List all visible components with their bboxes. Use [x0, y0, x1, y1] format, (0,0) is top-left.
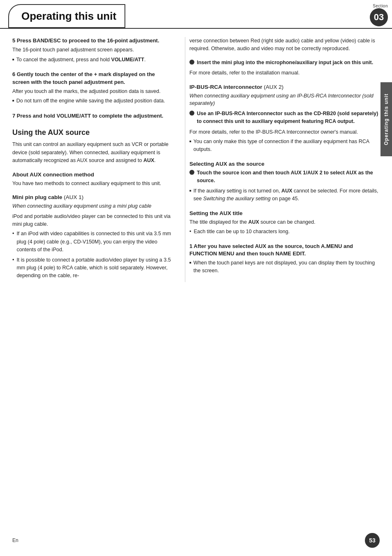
footer-page-number: 53 [365, 533, 380, 548]
selecting-aux-sq-text: If the auxiliary setting is not turned o… [194, 187, 380, 203]
mini-pin-bullet-1: If an iPod with video capabilities is co… [12, 230, 173, 254]
use-ip-bus-sq-bullet: You can only make this type of connectio… [189, 138, 380, 153]
header-right: Section 03 [125, 0, 392, 28]
step-6-heading: 6 Gently touch the center of the + mark … [12, 71, 173, 86]
step-7-heading: 7 Press and hold VOLUME/ATT to complete … [12, 112, 173, 120]
aux-step-1-bullet-text: When the touch panel keys are not displa… [194, 259, 380, 275]
side-tab: Operating this unit [380, 82, 392, 156]
mini-pin-bullet-2: It is possible to connect a portable aud… [12, 256, 173, 280]
section-label: Section [373, 4, 388, 8]
section-number: 03 [370, 8, 388, 26]
aux-step-1-heading: 1 After you have selected AUX as the sou… [189, 243, 380, 257]
header: Operating this unit Section 03 [0, 0, 392, 29]
circle-icon [189, 60, 194, 65]
title-box: Operating this unit [8, 4, 125, 28]
step-6-bullet: Do not turn off the engine while saving … [12, 97, 173, 105]
step-6-body: After you touch all the marks, the adjus… [12, 88, 173, 95]
step-5-bullet-text: To cancel the adjustment, press and hold… [16, 56, 146, 64]
setting-title-bullet-text: Each title can be up to 10 characters lo… [194, 228, 289, 236]
step-6-bullet-text: Do not turn off the engine while saving … [16, 97, 165, 105]
page-title: Operating this unit [21, 10, 116, 23]
left-column: 5 Press BAND/ESC to proceed to the 16-po… [12, 37, 185, 282]
ip-bus-italic: When connecting auxiliary equipment usin… [189, 92, 380, 108]
mini-pin-heading: Mini pin plug cable (AUX 1) [12, 194, 173, 200]
step-5-body: The 16-point touch panel adjustment scre… [12, 46, 173, 54]
step-5-bullet: To cancel the adjustment, press and hold… [12, 56, 173, 64]
setting-title-body: The title displayed for the AUX source c… [189, 218, 380, 226]
insert-plug-bullet: Insert the mini plug into the microphone… [189, 59, 380, 67]
circle-icon-2 [189, 111, 194, 116]
setting-title-bullet: Each title can be up to 10 characters lo… [189, 228, 380, 236]
selecting-aux-bullet: Touch the source icon and then touch AUX… [189, 169, 380, 185]
aux-step-1-bullet: When the touch panel keys are not displa… [189, 259, 380, 275]
mini-pin-bullet-2-text: It is possible to connect a portable aud… [16, 256, 173, 280]
mini-pin-body: iPod and portable audio/video player can… [12, 213, 173, 229]
right-column: verse connection between Red (right side… [185, 37, 380, 282]
circle-icon-3 [189, 170, 194, 175]
section-badge-area: Section 03 [370, 4, 388, 28]
selecting-aux-sq-bullet: If the auxiliary setting is not turned o… [189, 187, 380, 203]
step-5-heading: 5 Press BAND/ESC to proceed to the 16-po… [12, 37, 173, 44]
about-aux-body: You have two methods to connect auxiliar… [12, 180, 173, 188]
use-ip-bus-bullet: Use an IP-BUS-RCA Interconnector such as… [189, 110, 380, 126]
setting-title-heading: Setting the AUX title [189, 210, 380, 216]
continued-text: verse connection between Red (right side… [189, 37, 380, 53]
using-aux-body: This unit can control an auxiliary equip… [12, 141, 173, 164]
mini-pin-bullet-1-text: If an iPod with video capabilities is co… [16, 230, 173, 254]
use-ip-bus-text: Use an IP-BUS-RCA Interconnector such as… [197, 110, 380, 126]
mini-pin-italic: When connecting auxiliary equipment usin… [12, 202, 173, 210]
selecting-aux-heading: Selecting AUX as the source [189, 161, 380, 167]
step-7: 7 Press and hold VOLUME/ATT to complete … [12, 112, 173, 120]
main-content: 5 Press BAND/ESC to proceed to the 16-po… [0, 29, 392, 290]
footer-en-label: En [12, 537, 18, 543]
ip-bus-heading: IP-BUS-RCA interconnector (AUX 2) [189, 84, 380, 90]
footer: En 53 [0, 533, 392, 548]
insert-plug-body: For more details, refer to the installat… [189, 69, 380, 77]
step-6: 6 Gently touch the center of the + mark … [12, 71, 173, 105]
step-5: 5 Press BAND/ESC to proceed to the 16-po… [12, 37, 173, 63]
use-ip-bus-sq-text: You can only make this type of connectio… [194, 138, 380, 153]
insert-plug-text: Insert the mini plug into the microphone… [197, 59, 373, 67]
about-aux-heading: About AUX connection method [12, 171, 173, 178]
use-ip-bus-body: For more details, refer to the IP-BUS-RC… [189, 128, 380, 136]
aux-step-1: 1 After you have selected AUX as the sou… [189, 243, 380, 275]
page-container: Operating this unit Section 03 Operating… [0, 0, 392, 556]
using-aux-heading: Using the AUX source [12, 128, 173, 137]
selecting-aux-text: Touch the source icon and then touch AUX… [197, 169, 380, 185]
